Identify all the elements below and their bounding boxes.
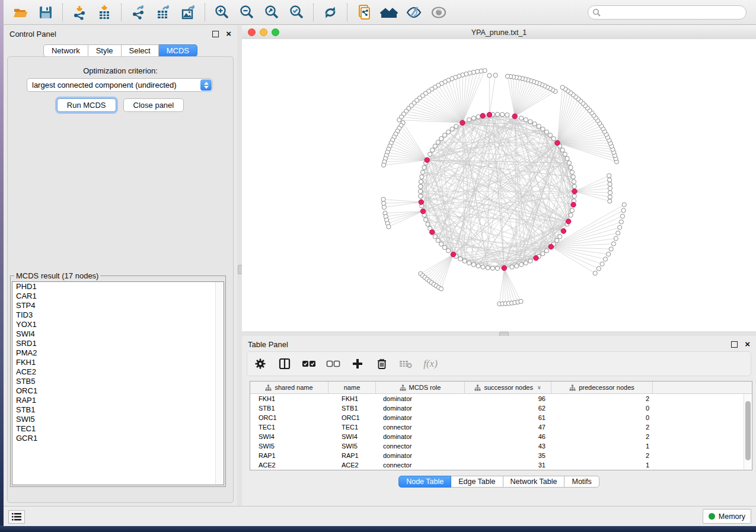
table-row[interactable]: ORC1ORC1dominator610 bbox=[250, 413, 752, 422]
column-header-shared-name[interactable]: shared name bbox=[250, 382, 328, 393]
show-panels-icon[interactable] bbox=[426, 2, 451, 23]
save-session-icon[interactable] bbox=[33, 2, 58, 23]
run-mcds-button[interactable]: Run MCDS bbox=[57, 98, 116, 112]
tab-network-table[interactable]: Network Table bbox=[503, 476, 565, 488]
mcds-result-item[interactable]: GCR1 bbox=[12, 434, 224, 443]
tab-edge-table[interactable]: Edge Table bbox=[451, 476, 503, 488]
network-graph[interactable] bbox=[242, 39, 756, 331]
refresh-icon[interactable] bbox=[318, 2, 343, 23]
home-pages-icon[interactable] bbox=[377, 2, 401, 23]
float-panel-icon[interactable] bbox=[731, 341, 738, 348]
search-field-wrap bbox=[588, 5, 747, 20]
table-row[interactable]: ACE2ACE2connector311 bbox=[250, 460, 752, 470]
column-header-predecessor-nodes[interactable]: predecessor nodes bbox=[551, 382, 653, 393]
mcds-result-item[interactable]: STB1 bbox=[12, 405, 224, 415]
delete-table-icon-disabled bbox=[399, 357, 413, 371]
column-type-icon bbox=[474, 384, 481, 391]
column-header-MCDS-role[interactable]: MCDS role bbox=[376, 382, 465, 393]
mcds-result-item[interactable]: PMA2 bbox=[12, 348, 224, 358]
table-panel-header: Table Panel × bbox=[242, 336, 756, 351]
vertical-splitter[interactable] bbox=[237, 25, 242, 507]
zoom-out-icon[interactable] bbox=[234, 2, 259, 23]
close-panel-icon[interactable]: × bbox=[226, 31, 231, 37]
mcds-result-item[interactable]: STP4 bbox=[12, 301, 224, 310]
network-canvas[interactable] bbox=[242, 39, 756, 331]
toolbar-separator bbox=[62, 4, 63, 21]
mcds-result-item[interactable]: STB5 bbox=[12, 377, 224, 386]
import-table-icon[interactable] bbox=[92, 2, 117, 23]
open-file-icon[interactable] bbox=[8, 2, 33, 23]
table-cell: RAP1 bbox=[328, 451, 376, 460]
add-column-icon[interactable] bbox=[350, 357, 365, 371]
optimization-criterion-label: Optimization criterion: bbox=[8, 66, 233, 75]
table-cell: SWI4 bbox=[328, 432, 376, 441]
control-panel-tabs: Network Style Select MCDS bbox=[4, 44, 237, 57]
horizontal-splitter[interactable] bbox=[242, 331, 756, 336]
table-cell: 62 bbox=[465, 403, 551, 413]
table-scrollbar[interactable] bbox=[744, 394, 752, 470]
table-scrollbar-thumb[interactable] bbox=[745, 401, 751, 460]
table-row[interactable]: STB1STB1dominator620 bbox=[250, 403, 752, 413]
delete-column-icon[interactable] bbox=[375, 357, 389, 371]
tab-select[interactable]: Select bbox=[122, 44, 159, 57]
optimization-criterion-select[interactable]: largest connected component (undirected) bbox=[27, 78, 213, 92]
close-panel-icon[interactable]: × bbox=[745, 341, 750, 347]
mcds-result-item[interactable]: PHD1 bbox=[12, 282, 224, 291]
table-cell: RAP1 bbox=[250, 451, 328, 460]
mcds-result-item[interactable]: TID3 bbox=[12, 310, 224, 320]
mcds-result-item[interactable]: ACE2 bbox=[12, 367, 224, 377]
tab-node-table[interactable]: Node Table bbox=[398, 476, 451, 488]
mcds-result-item[interactable]: ORC1 bbox=[12, 386, 224, 396]
hide-panels-icon[interactable] bbox=[401, 2, 426, 23]
column-header-successor-nodes[interactable]: successor nodes∨ bbox=[465, 382, 551, 393]
export-network-icon[interactable] bbox=[126, 2, 151, 23]
table-cell: SWI4 bbox=[250, 432, 328, 441]
select-all-rows-icon[interactable] bbox=[302, 357, 316, 371]
mcds-result-item[interactable]: SRD1 bbox=[12, 339, 224, 348]
tab-motifs[interactable]: Motifs bbox=[564, 476, 599, 488]
mcds-result-item[interactable]: YOX1 bbox=[12, 320, 224, 329]
table-settings-gear-icon[interactable] bbox=[253, 357, 267, 371]
mcds-result-item[interactable]: SWI5 bbox=[12, 415, 224, 424]
table-row[interactable]: TEC1TEC1connector472 bbox=[250, 422, 752, 432]
tab-mcds[interactable]: MCDS bbox=[159, 44, 197, 57]
table-row[interactable]: YOX1YOX1connector291 bbox=[250, 470, 752, 470]
select-stepper-icon bbox=[200, 79, 212, 91]
status-bar: Memory bbox=[4, 506, 756, 526]
mcds-result-item[interactable]: RAP1 bbox=[12, 396, 224, 405]
mcds-result-list[interactable]: PHD1CAR1STP4TID3YOX1SWI4SRD1PMA2FKH1ACE2… bbox=[12, 281, 224, 485]
zoom-fit-icon[interactable] bbox=[259, 2, 284, 23]
float-panel-icon[interactable] bbox=[212, 31, 219, 37]
mcds-result-item[interactable]: SWI4 bbox=[12, 329, 224, 339]
table-row[interactable]: SWI4SWI4dominator462 bbox=[250, 432, 752, 441]
export-table-icon[interactable] bbox=[151, 2, 176, 23]
export-image-icon[interactable] bbox=[176, 2, 200, 23]
deselect-all-rows-icon[interactable] bbox=[326, 357, 340, 371]
table-cell: 31 bbox=[465, 460, 551, 470]
search-input[interactable] bbox=[588, 5, 747, 20]
zoom-selected-icon[interactable] bbox=[284, 2, 309, 23]
table-row[interactable]: RAP1RAP1dominator352 bbox=[250, 451, 752, 460]
table-row[interactable]: SWI5SWI5connector431 bbox=[250, 441, 752, 451]
show-columns-icon[interactable] bbox=[277, 357, 292, 371]
table-cell: ORC1 bbox=[328, 413, 376, 422]
mcds-result-item[interactable]: TEC1 bbox=[12, 424, 224, 434]
mcds-result-item[interactable]: CAR1 bbox=[12, 291, 224, 301]
close-panel-button[interactable]: Close panel bbox=[123, 98, 184, 112]
column-header-name[interactable]: name bbox=[328, 382, 376, 393]
mcds-result-item[interactable]: FKH1 bbox=[12, 358, 224, 367]
node-table: shared namenameMCDS rolesuccessor nodes∨… bbox=[250, 381, 752, 470]
mcds-list-scrollbar[interactable] bbox=[215, 282, 224, 485]
table-cell: 43 bbox=[465, 441, 551, 451]
zoom-in-icon[interactable] bbox=[209, 2, 234, 23]
table-cell: 96 bbox=[465, 394, 551, 403]
table-cell: 29 bbox=[465, 470, 551, 470]
table-cell: dominator bbox=[376, 451, 465, 460]
import-network-icon[interactable] bbox=[67, 2, 92, 23]
tab-network[interactable]: Network bbox=[43, 44, 88, 57]
task-history-button[interactable] bbox=[8, 510, 25, 524]
network-from-document-icon[interactable] bbox=[352, 2, 377, 23]
tab-style[interactable]: Style bbox=[88, 44, 122, 57]
memory-button[interactable]: Memory bbox=[703, 509, 751, 524]
table-row[interactable]: FKH1FKH1dominator962 bbox=[250, 394, 752, 403]
